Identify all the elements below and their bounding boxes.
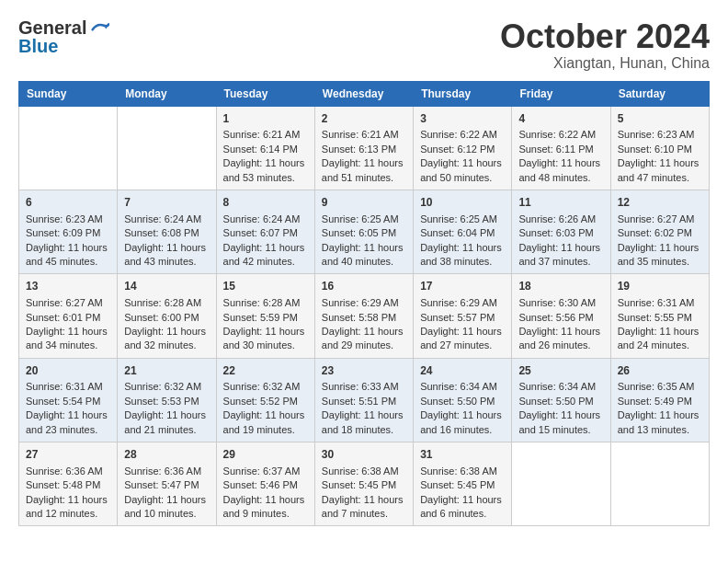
week-row-1: 1Sunrise: 6:21 AMSunset: 6:14 PMDaylight… [19,106,710,190]
day-info: Sunrise: 6:28 AM [223,296,308,310]
day-number: 18 [518,279,603,294]
day-cell-17: 16Sunrise: 6:29 AMSunset: 5:58 PMDayligh… [314,274,413,358]
day-info: Sunrise: 6:25 AM [322,213,406,226]
day-info: Sunset: 5:46 PM [223,478,308,492]
day-info: Daylight: 11 hours and 35 minutes. [618,241,702,270]
day-info: Daylight: 11 hours and 27 minutes. [420,325,505,353]
day-info: Sunset: 5:55 PM [618,311,702,325]
day-number: 6 [26,195,110,211]
day-info: Daylight: 11 hours and 10 minutes. [124,493,209,522]
day-info: Sunrise: 6:22 AM [518,128,603,142]
day-info: Sunset: 6:11 PM [518,143,603,156]
day-number: 28 [124,447,209,463]
day-info: Daylight: 11 hours and 38 minutes. [420,241,505,270]
day-info: Sunset: 6:05 PM [322,226,406,240]
day-info: Sunrise: 6:24 AM [223,213,308,226]
day-info: Sunset: 6:10 PM [618,143,702,156]
logo-text-general: General [18,18,86,37]
day-info: Sunset: 5:53 PM [124,395,209,408]
day-number: 14 [124,279,209,294]
day-info: Daylight: 11 hours and 32 minutes. [124,325,209,353]
day-number: 9 [322,195,406,211]
day-info: Daylight: 11 hours and 50 minutes. [420,156,505,185]
day-info: Sunrise: 6:21 AM [322,128,406,142]
day-info: Daylight: 11 hours and 26 minutes. [518,325,603,353]
day-info: Daylight: 11 hours and 16 minutes. [420,408,505,437]
day-cell-6: 5Sunrise: 6:23 AMSunset: 6:10 PMDaylight… [610,106,709,190]
day-info: Sunset: 6:09 PM [26,226,110,240]
logo: General Blue [18,18,109,55]
logo-blue-line: Blue [18,37,58,55]
day-info: Daylight: 11 hours and 51 minutes. [322,156,406,185]
calendar-table: SundayMondayTuesdayWednesdayThursdayFrid… [18,81,710,527]
day-cell-27: 26Sunrise: 6:35 AMSunset: 5:49 PMDayligh… [610,358,709,442]
day-info: Sunrise: 6:23 AM [618,128,702,142]
day-number: 19 [618,279,702,294]
day-info: Sunrise: 6:37 AM [223,465,308,478]
day-number: 26 [618,363,702,379]
day-cell-24: 23Sunrise: 6:33 AMSunset: 5:51 PMDayligh… [314,358,413,442]
day-number: 31 [420,447,505,463]
day-info: Sunset: 5:50 PM [518,395,603,408]
day-info: Sunrise: 6:31 AM [618,296,702,310]
day-number: 27 [26,447,110,463]
day-info: Sunrise: 6:24 AM [124,213,209,226]
day-cell-3: 2Sunrise: 6:21 AMSunset: 6:13 PMDaylight… [314,106,413,190]
day-info: Sunset: 5:50 PM [420,395,505,408]
day-info: Sunrise: 6:29 AM [420,296,505,310]
day-info: Sunset: 6:08 PM [124,226,209,240]
day-info: Sunrise: 6:28 AM [124,296,209,310]
day-cell-21: 20Sunrise: 6:31 AMSunset: 5:54 PMDayligh… [19,358,118,442]
day-info: Daylight: 11 hours and 37 minutes. [518,241,603,270]
day-info: Sunrise: 6:36 AM [124,465,209,478]
day-info: Daylight: 11 hours and 34 minutes. [26,325,110,353]
day-number: 23 [322,363,406,379]
day-number: 10 [420,195,505,211]
day-cell-4: 3Sunrise: 6:22 AMSunset: 6:12 PMDaylight… [414,106,512,190]
day-info: Daylight: 11 hours and 24 minutes. [618,325,702,353]
header-row: SundayMondayTuesdayWednesdayThursdayFrid… [19,81,710,106]
day-cell-11: 10Sunrise: 6:25 AMSunset: 6:04 PMDayligh… [414,190,512,273]
column-header-sunday: Sunday [19,81,118,106]
day-number: 7 [124,195,209,211]
day-cell-28: 27Sunrise: 6:36 AMSunset: 5:48 PMDayligh… [19,442,118,526]
day-info: Sunset: 5:54 PM [26,395,110,408]
day-info: Sunrise: 6:27 AM [26,296,110,310]
calendar-subtitle: Xiangtan, Hunan, China [500,55,710,72]
day-cell-10: 9Sunrise: 6:25 AMSunset: 6:05 PMDaylight… [314,190,413,273]
day-cell-33 [512,442,610,526]
day-info: Daylight: 11 hours and 21 minutes. [124,408,209,437]
day-cell-7: 6Sunrise: 6:23 AMSunset: 6:09 PMDaylight… [19,190,118,273]
day-cell-0 [19,106,118,190]
day-info: Daylight: 11 hours and 30 minutes. [223,325,308,353]
day-cell-19: 18Sunrise: 6:30 AMSunset: 5:56 PMDayligh… [512,274,610,358]
day-info: Sunset: 6:14 PM [223,143,308,156]
week-row-4: 20Sunrise: 6:31 AMSunset: 5:54 PMDayligh… [19,358,710,442]
day-cell-30: 29Sunrise: 6:37 AMSunset: 5:46 PMDayligh… [216,442,314,526]
day-info: Daylight: 11 hours and 12 minutes. [26,493,110,522]
week-row-5: 27Sunrise: 6:36 AMSunset: 5:48 PMDayligh… [19,442,710,526]
page-header: General Blue October 2024 Xiangtan, Huna… [18,18,710,72]
day-info: Sunrise: 6:36 AM [26,465,110,478]
day-info: Sunset: 6:12 PM [420,143,505,156]
day-number: 16 [322,279,406,294]
day-info: Sunset: 6:02 PM [618,226,702,240]
day-cell-2: 1Sunrise: 6:21 AMSunset: 6:14 PMDaylight… [216,106,314,190]
day-info: Daylight: 11 hours and 42 minutes. [223,241,308,270]
day-info: Sunrise: 6:34 AM [420,380,505,394]
day-cell-8: 7Sunrise: 6:24 AMSunset: 6:08 PMDaylight… [118,190,216,273]
day-info: Sunset: 5:57 PM [420,311,505,325]
day-cell-25: 24Sunrise: 6:34 AMSunset: 5:50 PMDayligh… [414,358,512,442]
day-info: Sunrise: 6:32 AM [124,380,209,394]
day-number: 17 [420,279,505,294]
day-info: Sunrise: 6:32 AM [223,380,308,394]
day-info: Daylight: 11 hours and 40 minutes. [322,241,406,270]
day-info: Daylight: 11 hours and 7 minutes. [322,493,406,522]
day-info: Sunset: 5:48 PM [26,478,110,492]
day-number: 15 [223,279,308,294]
day-info: Daylight: 11 hours and 53 minutes. [223,156,308,185]
day-info: Sunrise: 6:29 AM [322,296,406,310]
day-info: Sunrise: 6:33 AM [322,380,406,394]
day-info: Daylight: 11 hours and 15 minutes. [518,408,603,437]
day-info: Daylight: 11 hours and 19 minutes. [223,408,308,437]
